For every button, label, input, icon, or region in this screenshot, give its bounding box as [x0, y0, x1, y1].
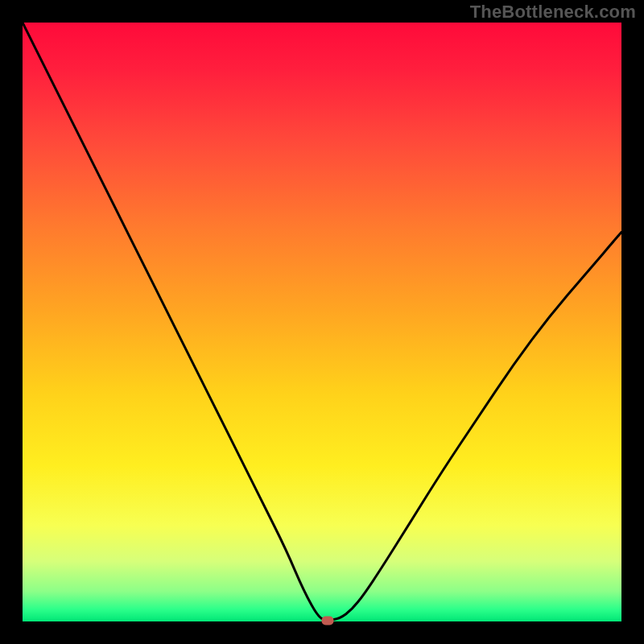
- bottleneck-curve: [23, 23, 621, 621]
- chart-frame: TheBottleneck.com: [0, 0, 644, 644]
- plot-area: [23, 23, 621, 621]
- optimal-point-marker: [322, 616, 334, 625]
- watermark-text: TheBottleneck.com: [470, 2, 636, 23]
